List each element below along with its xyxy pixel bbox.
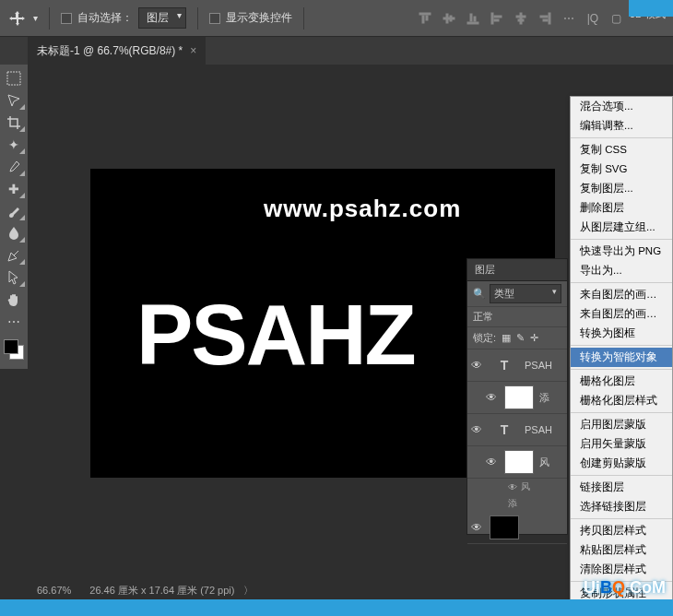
layer-thumb [504, 385, 534, 409]
foreground-background-colors[interactable] [4, 339, 24, 360]
menu-item[interactable]: 创建剪贴蒙版 [571, 454, 672, 473]
watermark-text: www.psahz.com [264, 195, 461, 223]
svg-rect-9 [491, 13, 493, 24]
svg-marker-19 [8, 95, 19, 106]
svg-rect-18 [7, 72, 20, 85]
menu-item[interactable]: 选择链接图层 [571, 497, 672, 516]
eyedropper-tool-icon[interactable] [2, 157, 26, 177]
chevron-down-icon[interactable]: ▾ [33, 13, 38, 23]
healing-brush-tool-icon[interactable]: ✚ [2, 179, 26, 199]
svg-rect-5 [450, 16, 452, 21]
show-transform-checkbox[interactable] [209, 13, 220, 24]
blur-tool-icon[interactable] [2, 223, 26, 243]
menu-item[interactable]: 清除图层样式 [571, 560, 672, 579]
svg-rect-3 [443, 18, 455, 19]
menu-item[interactable]: 来自图层的画板.. [571, 285, 672, 304]
menu-item[interactable]: 快速导出为 PNG [571, 242, 672, 261]
svg-rect-8 [474, 17, 476, 21]
blend-mode-select[interactable]: 正常 [473, 310, 493, 324]
visibility-icon[interactable]: 👁 [471, 521, 484, 534]
more-icon[interactable]: |Q [582, 7, 604, 30]
menu-item[interactable]: 启用图层蒙版 [571, 415, 672, 434]
crop-tool-icon[interactable] [2, 113, 26, 133]
path-selection-tool-icon[interactable] [2, 267, 26, 288]
search-icon[interactable]: 🔍 [473, 288, 486, 300]
text-layer-icon: T [490, 418, 519, 442]
menu-item[interactable]: 复制图层... [571, 179, 672, 198]
auto-select-target[interactable]: 图层 [138, 7, 186, 29]
text-layer-icon: T [490, 353, 519, 377]
magic-wand-tool-icon[interactable]: ✦ [2, 135, 26, 155]
document-dimensions[interactable]: 26.46 厘米 x 17.64 厘米 (72 ppi) [89, 584, 234, 598]
3d-panel-icon[interactable]: ▢ [606, 7, 628, 30]
layer-row[interactable]: 👁 T PSAH [467, 414, 567, 446]
svg-rect-4 [446, 14, 448, 23]
layer-effect[interactable]: 添 [467, 495, 567, 512]
menu-item[interactable]: 混合选项... [571, 97, 672, 116]
align-right-icon[interactable] [534, 7, 556, 30]
align-vcenter-icon[interactable] [438, 7, 460, 30]
uibq-watermark: UiBQ.CoM [584, 578, 666, 598]
auto-select-checkbox[interactable] [61, 13, 72, 24]
lock-pixels-icon[interactable]: ▦ [502, 332, 511, 344]
visibility-icon[interactable]: 👁 [508, 482, 517, 492]
taskbar [0, 599, 673, 616]
align-hcenter-icon[interactable] [510, 7, 532, 30]
layer-row[interactable]: 👁 添 [467, 382, 567, 414]
menu-item[interactable]: 链接图层 [571, 478, 672, 497]
menu-item[interactable]: 粘贴图层样式 [571, 540, 672, 560]
close-icon[interactable]: × [190, 44, 196, 57]
align-top-icon[interactable] [414, 7, 436, 30]
menu-item[interactable]: 转换为图框 [571, 324, 672, 343]
foreground-color-swatch[interactable] [4, 339, 18, 354]
layer-list: 👁 T PSAH 👁 添 👁 T PSAH 👁 风 👁 风 添 👁 [467, 349, 567, 534]
menu-item[interactable]: 启用矢量蒙版 [571, 434, 672, 454]
lock-all-icon[interactable]: ✛ [530, 332, 538, 344]
lock-position-icon[interactable]: ✎ [516, 332, 525, 344]
menu-item[interactable]: 复制 CSS [571, 140, 672, 160]
layer-row[interactable]: 👁 [467, 512, 567, 544]
document-tab-title: 未标题-1 @ 66.7%(RGB/8#) * [37, 43, 183, 59]
menu-item[interactable]: 编辑调整... [571, 116, 672, 136]
visibility-icon[interactable]: 👁 [486, 456, 499, 468]
menu-item[interactable]: 复制 SVG [571, 160, 672, 179]
menu-item[interactable]: 删除图层 [571, 198, 672, 218]
align-bottom-icon[interactable] [462, 7, 484, 30]
align-left-icon[interactable] [486, 7, 508, 30]
layer-effect[interactable]: 👁 风 [467, 479, 567, 495]
lasso-tool-icon[interactable] [2, 90, 26, 111]
chevron-right-icon[interactable]: 〉 [243, 584, 254, 598]
menu-item[interactable]: 从图层建立组... [571, 218, 672, 237]
layers-panel-tab[interactable]: 图层 [467, 259, 567, 281]
zoom-level[interactable]: 66.67% [37, 585, 80, 596]
layer-row[interactable]: 👁 风 [467, 446, 567, 479]
svg-rect-7 [470, 14, 472, 21]
svg-rect-2 [426, 16, 428, 20]
visibility-icon[interactable]: 👁 [486, 391, 499, 404]
document-tab[interactable]: 未标题-1 @ 66.7%(RGB/8#) * × [28, 37, 206, 65]
menu-item[interactable]: 栅格化图层样式 [571, 391, 672, 410]
menu-item[interactable]: 导出为... [571, 261, 672, 280]
more-tools-icon[interactable]: ⋯ [2, 312, 26, 332]
pen-tool-icon[interactable] [2, 245, 26, 266]
layer-filter-type[interactable]: 类型 [490, 284, 561, 303]
svg-rect-0 [419, 13, 431, 15]
move-tool-icon[interactable] [7, 8, 28, 29]
brush-tool-icon[interactable] [2, 201, 26, 221]
visibility-icon[interactable]: 👁 [471, 359, 484, 372]
menu-item[interactable]: 来自图层的画框.. [571, 304, 672, 324]
svg-rect-12 [520, 13, 522, 24]
distribute-icon[interactable]: ⋯ [558, 7, 580, 30]
layer-row[interactable]: 👁 T PSAH [467, 349, 567, 382]
layer-thumb [490, 515, 519, 539]
menu-item[interactable]: 拷贝图层样式 [571, 521, 672, 540]
document-tab-bar: 未标题-1 @ 66.7%(RGB/8#) * × [0, 37, 673, 65]
hand-tool-icon[interactable] [2, 290, 26, 310]
marquee-tool-icon[interactable] [2, 68, 26, 89]
show-transform-label: 显示变换控件 [226, 10, 292, 26]
svg-rect-16 [540, 16, 548, 18]
visibility-icon[interactable]: 👁 [471, 423, 484, 436]
menu-item[interactable]: 转换为智能对象 [571, 348, 672, 367]
tools-panel: ✦ ✚ ⋯ [0, 65, 28, 369]
menu-item[interactable]: 栅格化图层 [571, 372, 672, 391]
